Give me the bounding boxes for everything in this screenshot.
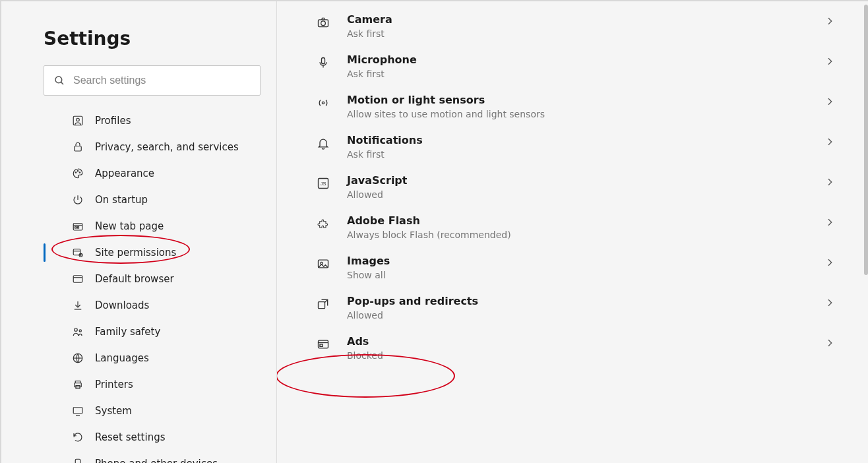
nav-label: System xyxy=(95,405,132,417)
svg-point-22 xyxy=(321,21,326,26)
chevron-right-icon xyxy=(824,338,836,348)
svg-line-1 xyxy=(61,82,63,84)
svg-rect-23 xyxy=(322,58,325,64)
perm-images[interactable]: Images Show all xyxy=(315,240,836,280)
nav-label: Languages xyxy=(95,352,149,364)
svg-rect-20 xyxy=(75,459,80,463)
nav-downloads[interactable]: Downloads xyxy=(44,292,261,319)
perm-title: Motion or light sensors xyxy=(347,94,824,106)
lock-icon xyxy=(71,140,84,154)
perm-sub: Ask first xyxy=(347,28,824,39)
svg-rect-4 xyxy=(75,146,82,152)
nav-label: Reset settings xyxy=(95,431,166,443)
chevron-right-icon xyxy=(824,16,836,26)
perm-title: JavaScript xyxy=(347,174,824,187)
site-permissions-icon xyxy=(71,246,84,259)
perm-title: Pop-ups and redirects xyxy=(347,295,824,307)
family-icon xyxy=(71,325,84,338)
perm-adobe-flash[interactable]: Adobe Flash Always block Flash (recommen… xyxy=(315,200,836,240)
svg-point-5 xyxy=(75,172,77,173)
page-title: Settings xyxy=(44,28,261,49)
chevron-right-icon xyxy=(824,257,836,268)
new-tab-icon xyxy=(71,220,84,233)
power-icon xyxy=(71,193,84,206)
perm-sub: Allow sites to use motion and light sens… xyxy=(347,109,824,119)
nav-label: Default browser xyxy=(95,273,174,285)
perm-title: Camera xyxy=(347,13,824,26)
nav-label: Privacy, search, and services xyxy=(95,141,239,153)
chevron-right-icon xyxy=(824,56,836,67)
nav-label: On startup xyxy=(95,194,148,206)
scrollbar[interactable] xyxy=(864,5,868,275)
perm-title: Notifications xyxy=(347,134,824,146)
chevron-right-icon xyxy=(824,137,836,147)
ads-icon xyxy=(315,336,331,352)
perm-ads[interactable]: Ads Blocked xyxy=(315,321,836,361)
perm-camera[interactable]: Camera Ask first xyxy=(315,1,836,39)
search-box[interactable] xyxy=(44,65,261,96)
perm-title: Images xyxy=(347,255,824,267)
svg-point-24 xyxy=(322,102,324,104)
nav-label: Family safety xyxy=(95,326,160,338)
perm-sub: Show all xyxy=(347,270,824,280)
chevron-right-icon xyxy=(824,297,836,308)
system-icon xyxy=(71,404,84,417)
javascript-icon: JS xyxy=(315,175,331,191)
nav-phone-devices[interactable]: Phone and other devices xyxy=(44,450,261,463)
nav-profiles[interactable]: Profiles xyxy=(44,108,261,134)
nav-site-permissions[interactable]: Site permissions xyxy=(44,239,261,266)
perm-sub: Allowed xyxy=(347,310,824,321)
microphone-icon xyxy=(315,55,331,71)
nav-label: Appearance xyxy=(95,168,154,179)
settings-sidebar: Settings Profiles Privacy, search, and xyxy=(1,1,277,463)
nav-on-startup[interactable]: On startup xyxy=(44,187,261,213)
perm-title: Adobe Flash xyxy=(347,214,824,227)
nav-label: Phone and other devices xyxy=(95,458,218,463)
perm-sub: Always block Flash (recommended) xyxy=(347,230,824,240)
languages-icon xyxy=(71,352,84,365)
nav-default-browser[interactable]: Default browser xyxy=(44,266,261,292)
nav-languages[interactable]: Languages xyxy=(44,345,261,371)
svg-point-3 xyxy=(77,118,80,121)
svg-point-0 xyxy=(55,77,62,83)
popup-icon xyxy=(315,296,331,312)
svg-text:JS: JS xyxy=(321,181,326,187)
download-icon xyxy=(71,299,84,312)
svg-point-6 xyxy=(77,171,78,172)
perm-sub: Allowed xyxy=(347,189,824,200)
search-input[interactable] xyxy=(72,74,251,87)
perm-microphone[interactable]: Microphone Ask first xyxy=(315,39,836,79)
phone-icon xyxy=(71,457,84,463)
bell-icon xyxy=(315,135,331,151)
nav-family-safety[interactable]: Family safety xyxy=(44,319,261,345)
perm-popups-redirects[interactable]: Pop-ups and redirects Allowed xyxy=(315,280,836,321)
perm-motion-sensors[interactable]: Motion or light sensors Allow sites to u… xyxy=(315,79,836,119)
chevron-right-icon xyxy=(824,96,836,107)
printer-icon xyxy=(71,378,84,391)
chevron-right-icon xyxy=(824,177,836,187)
nav-label: Printers xyxy=(95,379,133,390)
svg-rect-10 xyxy=(77,227,78,228)
sensor-icon xyxy=(315,95,331,111)
perm-javascript[interactable]: JS JavaScript Allowed xyxy=(315,160,836,200)
nav-privacy[interactable]: Privacy, search, and services xyxy=(44,134,261,160)
nav-label: Site permissions xyxy=(95,247,176,259)
puzzle-icon xyxy=(315,216,331,232)
perm-notifications[interactable]: Notifications Ask first xyxy=(315,119,836,160)
nav-printers[interactable]: Printers xyxy=(44,371,261,398)
image-icon xyxy=(315,256,331,272)
chevron-right-icon xyxy=(824,217,836,228)
nav-system[interactable]: System xyxy=(44,398,261,424)
perm-sub: Blocked xyxy=(347,350,824,361)
svg-rect-19 xyxy=(73,408,82,414)
profile-icon xyxy=(71,114,84,127)
nav-new-tab[interactable]: New tab page xyxy=(44,213,261,239)
svg-point-7 xyxy=(79,172,80,173)
perm-title: Microphone xyxy=(347,53,824,66)
nav-appearance[interactable]: Appearance xyxy=(44,160,261,187)
perm-sub: Ask first xyxy=(347,149,824,160)
nav-label: New tab page xyxy=(95,220,164,232)
search-icon xyxy=(53,75,65,86)
permissions-panel: Camera Ask first Microphone Ask first xyxy=(277,1,868,463)
nav-reset-settings[interactable]: Reset settings xyxy=(44,424,261,450)
